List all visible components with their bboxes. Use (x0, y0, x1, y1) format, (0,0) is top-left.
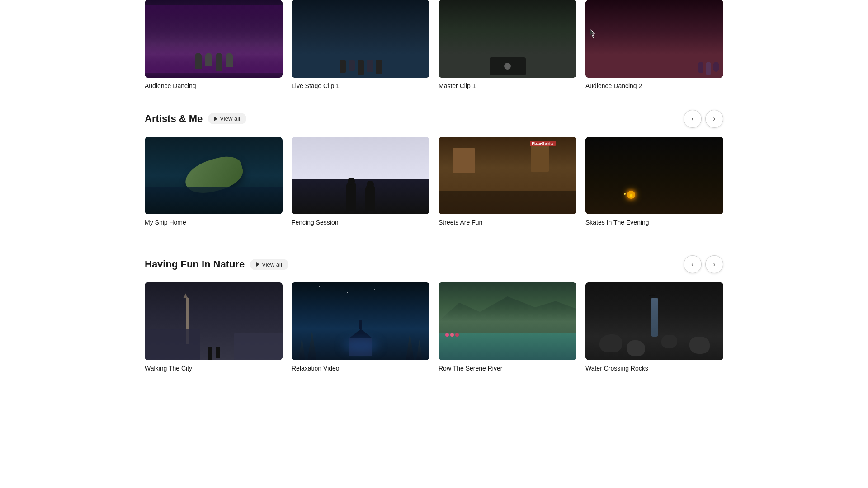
video-title-master-clip: Master Clip 1 (439, 82, 576, 89)
video-thumb-serene-river[interactable] (439, 282, 576, 360)
video-title-live-stage: Live Stage Clip 1 (292, 82, 429, 89)
section-artists-me: Artists & Me View all ‹ › (145, 110, 723, 226)
section-header-nature: Having Fun In Nature View all ‹ › (145, 255, 723, 273)
video-thumb-master-clip[interactable] (439, 0, 576, 78)
video-title-ship-home: My Ship Home (145, 219, 283, 226)
video-thumb-relaxation[interactable] (292, 282, 429, 360)
play-icon-nature (256, 262, 259, 267)
play-icon-artists (214, 117, 217, 121)
nav-buttons-nature: ‹ › (684, 255, 723, 273)
video-card-ship-home[interactable]: My Ship Home (145, 137, 283, 226)
video-thumb-water-crossing[interactable] (585, 282, 723, 360)
chevron-right-icon-nature: › (713, 260, 715, 268)
divider-nature (145, 244, 723, 244)
video-thumb-fencing[interactable] (292, 137, 429, 215)
section-header-left-nature: Having Fun In Nature View all (145, 258, 288, 270)
video-card-walking-city[interactable]: Walking The City (145, 282, 283, 372)
video-card-skates[interactable]: Skates In The Evening (585, 137, 723, 226)
video-thumb-streets[interactable]: Pizza•Spirits (439, 137, 576, 215)
section-title-nature: Having Fun In Nature (145, 258, 245, 270)
video-title-walking-city: Walking The City (145, 365, 283, 372)
video-card-audience-dancing-2[interactable]: Audience Dancing 2 (585, 0, 723, 89)
top-row-videos: Audience Dancing Live Stage Clip 1 (145, 0, 723, 89)
nav-next-nature[interactable]: › (705, 255, 723, 273)
video-thumb-audience-dancing-2[interactable] (585, 0, 723, 78)
nav-next-artists[interactable]: › (705, 110, 723, 128)
video-thumb-walking-city[interactable] (145, 282, 283, 360)
video-title-audience-dancing-2: Audience Dancing 2 (585, 82, 723, 89)
videos-grid-artists: My Ship Home Fencing Session (145, 137, 723, 226)
video-title-audience-dancing: Audience Dancing (145, 82, 283, 89)
video-title-water-crossing: Water Crossing Rocks (585, 365, 723, 372)
nav-prev-artists[interactable]: ‹ (684, 110, 702, 128)
view-all-nature-label: View all (262, 261, 282, 268)
video-title-skates: Skates In The Evening (585, 219, 723, 226)
view-all-artists-button[interactable]: View all (208, 113, 246, 124)
view-all-nature-button[interactable]: View all (250, 259, 288, 270)
chevron-left-icon-artists: ‹ (691, 115, 693, 123)
video-title-relaxation: Relaxation Video (292, 365, 429, 372)
video-thumb-live-stage[interactable] (292, 0, 429, 78)
video-thumb-ship-home[interactable] (145, 137, 283, 215)
chevron-left-icon-nature: ‹ (691, 260, 693, 268)
video-title-fencing: Fencing Session (292, 219, 429, 226)
video-title-serene-river: Row The Serene River (439, 365, 576, 372)
section-header-left-artists: Artists & Me View all (145, 113, 246, 125)
section-title-artists-me: Artists & Me (145, 113, 203, 125)
nav-buttons-artists: ‹ › (684, 110, 723, 128)
video-card-serene-river[interactable]: Row The Serene River (439, 282, 576, 372)
video-card-audience-dancing[interactable]: Audience Dancing (145, 0, 283, 89)
video-card-water-crossing[interactable]: Water Crossing Rocks (585, 282, 723, 372)
section-having-fun-nature: Having Fun In Nature View all ‹ › (145, 255, 723, 372)
videos-grid-nature: Walking The City (145, 282, 723, 372)
video-card-live-stage[interactable]: Live Stage Clip 1 (292, 0, 429, 89)
video-card-relaxation[interactable]: Relaxation Video (292, 282, 429, 372)
chevron-right-icon-artists: › (713, 115, 715, 123)
video-thumb-audience-dancing[interactable] (145, 0, 283, 78)
view-all-artists-label: View all (220, 115, 240, 122)
video-thumb-skates[interactable] (585, 137, 723, 215)
section-header-artists-me: Artists & Me View all ‹ › (145, 110, 723, 128)
nav-prev-nature[interactable]: ‹ (684, 255, 702, 273)
video-card-streets[interactable]: Pizza•Spirits Streets Are Fun (439, 137, 576, 226)
video-card-fencing[interactable]: Fencing Session (292, 137, 429, 226)
video-card-master-clip[interactable]: Master Clip 1 (439, 0, 576, 89)
divider-artists (145, 99, 723, 99)
video-title-streets: Streets Are Fun (439, 219, 576, 226)
